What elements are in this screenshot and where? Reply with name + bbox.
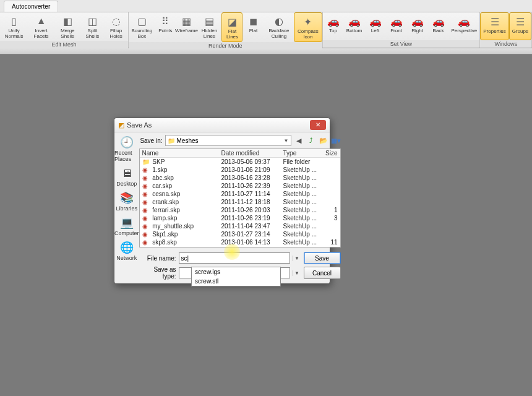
col-date[interactable]: Date modified [221,150,283,157]
flat-lines-button[interactable]: ◪Flat Lines [221,12,242,42]
properties-button[interactable]: ☰Properties [480,12,508,40]
bounding-box-label: Bounding Box [131,28,152,40]
view-left-label: Left [371,28,379,34]
cancel-button[interactable]: Cancel [304,267,341,279]
desktop-label: Desktop [116,181,137,187]
view-back-icon: 🚗 [431,14,446,28]
folder-icon: 📁 [168,137,175,144]
close-button[interactable]: ✕ [310,120,326,130]
view-right-button[interactable]: 🚗Right [407,12,428,40]
col-type[interactable]: Type [283,150,319,157]
place-network[interactable]: 🌐 Network [116,240,137,261]
invert-facets-button[interactable]: ▲Invert Facets [28,12,54,41]
flat-lines-icon: ◪ [225,14,239,29]
groups-button[interactable]: ☰Groups [509,12,531,40]
computer-label: Computer [114,230,139,236]
computer-icon: 💻 [118,215,135,230]
svg-marker-4 [56,339,118,396]
backface-culling-label: Backface Culling [266,28,291,40]
file-icon: ◉ [142,239,151,246]
filename-field[interactable]: sc| [179,252,290,264]
flat-icon: ◼ [246,14,260,28]
autocomplete-popup[interactable]: screw.igsscrew.stl [191,267,281,286]
filename-value: sc [181,255,187,262]
col-size[interactable]: Size [319,150,338,157]
recent-places-icon: 🕘 [118,135,135,150]
view-bottom-button[interactable]: 🚗Bottom [344,12,365,40]
hidden-lines-icon: ▤ [202,14,217,28]
file-row[interactable]: ◉ trumpet.skp2013-02-05 00:30SketchUp ..… [140,246,340,248]
app-icon: ◩ [118,121,124,129]
network-label: Network [116,255,137,261]
back-button[interactable]: ◀ [294,136,304,145]
hidden-lines-label: Hidden Lines [199,28,219,40]
file-row[interactable]: ◉ my_shuttle.skp2011-11-04 23:47SketchUp… [140,222,340,230]
view-perspective-button[interactable]: 🚗Perspective [449,12,480,40]
saveastype-dropdown[interactable]: ▼ [293,270,301,276]
view-top-button[interactable]: 🚗Top [323,12,344,40]
bounding-box-button[interactable]: ▢Bounding Box [129,12,155,42]
save-button[interactable]: Save [304,252,341,264]
svg-marker-2 [87,302,173,396]
file-list[interactable]: Name Date modified Type Size 📁 SKP2013-0… [139,148,341,248]
view-top-icon: 🚗 [326,14,341,28]
unify-normals-button[interactable]: ▯Unify Normals [0,12,28,41]
groups-label: Groups [512,29,528,35]
hidden-lines-button[interactable]: ▤Hidden Lines [197,12,221,42]
place-libraries[interactable]: 📚 Libraries [116,191,138,212]
autocomplete-item[interactable]: screw.stl [192,277,280,286]
compass-icon-button[interactable]: ✦Compass Icon [294,12,322,42]
view-back-button[interactable]: 🚗Back [428,12,449,40]
points-label: Points [158,28,172,34]
savein-combo[interactable]: 📁 Meshes ▼ [165,135,291,146]
wireframe-label: Wireframe [175,28,198,34]
filename-dropdown[interactable]: ▼ [293,256,301,261]
libraries-icon: 📚 [118,191,135,205]
libraries-label: Libraries [116,205,138,212]
merge-shells-button[interactable]: ◧Merge Shells [54,12,81,41]
file-icon: ◉ [142,199,151,205]
fillup-holes-icon: ◌ [109,14,124,28]
ribbon-group-label: Edit Mesh [0,41,128,48]
filename-label: File name: [139,255,176,262]
views-button[interactable]: ▦▾ [331,136,341,145]
wireframe-icon: ▦ [179,14,194,28]
split-shells-button[interactable]: ◫Split Shells [81,12,104,41]
place-desktop[interactable]: 🖥 Desktop [116,166,137,187]
network-icon: 🌐 [118,240,135,255]
split-shells-label: Split Shells [84,28,101,40]
file-row[interactable]: ◉ car.skp2011-10-26 22:39SketchUp ... [140,182,340,190]
app-tab[interactable]: Autoconverter [4,1,58,12]
view-perspective-label: Perspective [452,28,478,34]
merge-shells-label: Merge Shells [57,28,79,40]
autocomplete-item[interactable]: screw.igs [192,267,280,277]
wireframe-button[interactable]: ▦Wireframe [176,12,197,42]
file-row[interactable]: 📁 SKP2013-05-06 09:37File folder [140,158,340,166]
file-row[interactable]: ◉ 1.skp2013-01-06 21:09SketchUp ... [140,166,340,174]
new-folder-button[interactable]: 📂 [319,136,328,145]
place-computer[interactable]: 💻 Computer [114,215,139,236]
points-button[interactable]: ⠿Points [155,12,176,42]
view-front-button[interactable]: 🚗Front [386,12,407,40]
flat-button[interactable]: ◼Flat [242,12,264,42]
file-icon: ◉ [142,231,151,238]
invert-facets-label: Invert Facets [30,28,51,40]
file-row[interactable]: ◉ abc.skp2013-06-16 23:28SketchUp ... [140,174,340,182]
fillup-holes-button[interactable]: ◌Fillup Holes [104,12,128,41]
view-perspective-icon: 🚗 [457,14,471,28]
backface-culling-button[interactable]: ◐Backface Culling [264,12,294,42]
file-row[interactable]: ◉ Skp1.skp2013-01-27 23:14SketchUp ... [140,230,340,238]
place-recent-places[interactable]: 🕘 Recent Places [114,135,139,162]
file-row[interactable]: ◉ ferrari.skp2011-10-26 20:03SketchUp ..… [140,206,340,214]
file-row[interactable]: ◉ skp8.skp2013-01-06 14:13SketchUp ...11 [140,238,340,246]
view-left-button[interactable]: 🚗Left [365,12,386,40]
col-name[interactable]: Name [142,150,221,157]
file-row[interactable]: ◉ crank.skp2011-11-12 18:18SketchUp ... [140,198,340,206]
chevron-down-icon[interactable]: ▼ [284,138,289,144]
dialog-title: Save As [127,121,310,129]
file-row[interactable]: ◉ cesna.skp2011-10-27 11:14SketchUp ... [140,190,340,198]
file-icon: ◉ [142,215,151,222]
svg-marker-3 [118,364,192,396]
file-row[interactable]: ◉ lamp.skp2011-10-26 23:19SketchUp ...3 [140,214,340,222]
up-button[interactable]: ⤴ [306,136,316,145]
